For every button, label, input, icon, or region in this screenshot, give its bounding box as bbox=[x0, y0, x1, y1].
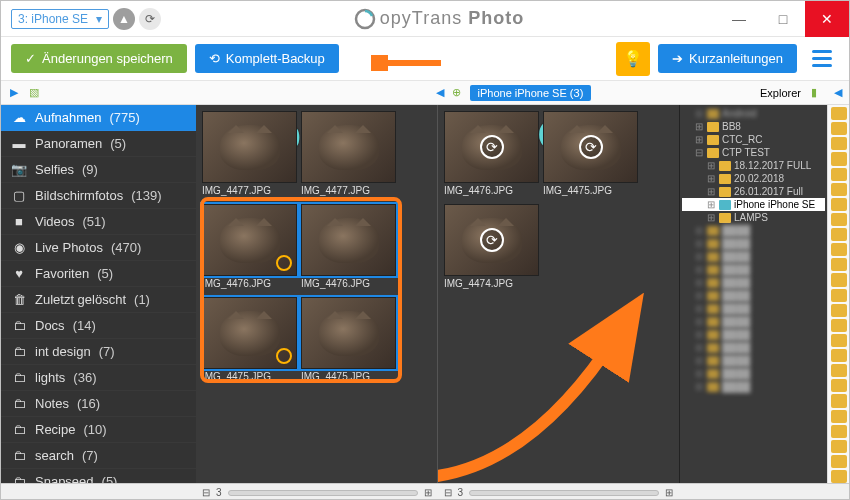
play-icon[interactable]: ▶ bbox=[7, 86, 21, 100]
rail-folder-icon[interactable] bbox=[831, 440, 847, 453]
full-backup-button[interactable]: ⟲ Komplett-Backup bbox=[195, 44, 339, 73]
rail-folder-icon[interactable] bbox=[831, 379, 847, 392]
sidebar-item-bildschirmfotos[interactable]: ▢Bildschirmfotos (139) bbox=[1, 183, 196, 209]
zoom-slider-right[interactable] bbox=[469, 490, 659, 496]
rail-folder-icon[interactable] bbox=[831, 394, 847, 407]
close-button[interactable]: ✕ bbox=[805, 1, 849, 37]
tree-twisty-icon[interactable]: ⊞ bbox=[694, 368, 704, 379]
rail-folder-icon[interactable] bbox=[831, 107, 847, 120]
tree-node[interactable]: ⊞████ bbox=[682, 380, 825, 393]
sidebar-item-zuletzt-gelöscht[interactable]: 🗑Zuletzt gelöscht (1) bbox=[1, 287, 196, 313]
tree-node[interactable]: ⊟CTP TEST bbox=[682, 146, 825, 159]
tree-node[interactable]: ⊞BB8 bbox=[682, 120, 825, 133]
tree-node[interactable]: ⊞████ bbox=[682, 367, 825, 380]
tree-twisty-icon[interactable]: ⊞ bbox=[694, 277, 704, 288]
tree-twisty-icon[interactable]: ⊞ bbox=[706, 199, 716, 210]
rail-folder-icon[interactable] bbox=[831, 470, 847, 483]
hint-button[interactable]: 💡 bbox=[616, 42, 650, 76]
thumbnail[interactable]: IMG_4475.JPG bbox=[301, 297, 396, 386]
tree-node[interactable]: ⊞████ bbox=[682, 328, 825, 341]
rail-folder-icon[interactable] bbox=[831, 334, 847, 347]
add-icon[interactable]: ⊕ bbox=[450, 86, 464, 100]
tree-node[interactable]: ⊞iPhone iPhone SE bbox=[682, 198, 825, 211]
tree-node[interactable]: ⊞18.12.2017 FULL bbox=[682, 159, 825, 172]
tree-node[interactable]: ⊞████ bbox=[682, 289, 825, 302]
tree-twisty-icon[interactable]: ⊞ bbox=[694, 108, 704, 119]
minimize-button[interactable]: — bbox=[717, 1, 761, 37]
rail-folder-icon[interactable] bbox=[831, 410, 847, 423]
rail-folder-icon[interactable] bbox=[831, 258, 847, 271]
rail-folder-icon[interactable] bbox=[831, 364, 847, 377]
tree-node[interactable]: ⊞████ bbox=[682, 341, 825, 354]
rail-folder-icon[interactable] bbox=[831, 122, 847, 135]
tree-twisty-icon[interactable]: ⊞ bbox=[706, 160, 716, 171]
tree-node[interactable]: ⊞████ bbox=[682, 263, 825, 276]
sidebar-item-int-design[interactable]: 🗀int design (7) bbox=[1, 339, 196, 365]
tree-twisty-icon[interactable]: ⊞ bbox=[694, 381, 704, 392]
folder-icon[interactable]: ▮ bbox=[807, 86, 821, 100]
sidebar-item-notes[interactable]: 🗀Notes (16) bbox=[1, 391, 196, 417]
rail-folder-icon[interactable] bbox=[831, 425, 847, 438]
tree-twisty-icon[interactable]: ⊞ bbox=[694, 290, 704, 301]
zoom-in-icon[interactable]: ⊞ bbox=[665, 487, 673, 498]
tree-node[interactable]: ⊞████ bbox=[682, 315, 825, 328]
rail-folder-icon[interactable] bbox=[831, 319, 847, 332]
zoom-slider-left[interactable] bbox=[228, 490, 418, 496]
device-dropdown[interactable]: 3: iPhone SE bbox=[11, 9, 109, 29]
tree-twisty-icon[interactable]: ⊞ bbox=[706, 173, 716, 184]
tree-node[interactable]: ⊞████ bbox=[682, 276, 825, 289]
tree-twisty-icon[interactable]: ⊞ bbox=[694, 225, 704, 236]
rail-folder-icon[interactable] bbox=[831, 455, 847, 468]
thumbnail[interactable]: ⟳IMG_4474.JPG bbox=[444, 204, 539, 293]
tree-node[interactable]: ⊞Android bbox=[682, 107, 825, 120]
tree-node[interactable]: ⊞████ bbox=[682, 224, 825, 237]
rail-folder-icon[interactable] bbox=[831, 243, 847, 256]
sidebar-item-docs[interactable]: 🗀Docs (14) bbox=[1, 313, 196, 339]
rail-folder-icon[interactable] bbox=[831, 152, 847, 165]
breadcrumb[interactable]: iPhone iPhone SE (3) bbox=[470, 85, 592, 101]
menu-button[interactable] bbox=[805, 42, 839, 76]
tree-twisty-icon[interactable]: ⊞ bbox=[694, 329, 704, 340]
sidebar-item-recipe[interactable]: 🗀Recipe (10) bbox=[1, 417, 196, 443]
thumbnail[interactable]: IMG_4475.JPG bbox=[202, 297, 297, 386]
sidebar-item-panoramen[interactable]: ▬Panoramen (5) bbox=[1, 131, 196, 157]
collapse-left-icon[interactable]: ◀ bbox=[436, 86, 444, 100]
zoom-out-icon[interactable]: ⊟ bbox=[202, 487, 210, 498]
rail-folder-icon[interactable] bbox=[831, 304, 847, 317]
tree-twisty-icon[interactable]: ⊟ bbox=[694, 147, 704, 158]
thumbnail[interactable]: ⟳IMG_4476.JPG bbox=[444, 111, 539, 200]
tree-twisty-icon[interactable]: ⊞ bbox=[694, 264, 704, 275]
tree-twisty-icon[interactable]: ⊞ bbox=[694, 251, 704, 262]
sidebar-item-videos[interactable]: ■Videos (51) bbox=[1, 209, 196, 235]
pictures-icon[interactable]: ▧ bbox=[27, 86, 41, 100]
tree-node[interactable]: ⊞LAMPS bbox=[682, 211, 825, 224]
thumbnail[interactable]: ⟳IMG_4475.JPG bbox=[543, 111, 638, 200]
guides-button[interactable]: ➔ Kurzanleitungen bbox=[658, 44, 797, 73]
tree-node[interactable]: ⊞CTC_RC bbox=[682, 133, 825, 146]
tree-node[interactable]: ⊞26.01.2017 Full bbox=[682, 185, 825, 198]
rail-folder-icon[interactable] bbox=[831, 168, 847, 181]
tree-twisty-icon[interactable]: ⊞ bbox=[694, 134, 704, 145]
tree-twisty-icon[interactable]: ⊞ bbox=[694, 316, 704, 327]
sidebar-item-selfies[interactable]: 📷Selfies (9) bbox=[1, 157, 196, 183]
thumbnail[interactable]: IMG_4476.JPG bbox=[202, 204, 297, 293]
rail-folder-icon[interactable] bbox=[831, 228, 847, 241]
rail-folder-icon[interactable] bbox=[831, 349, 847, 362]
sidebar-item-search[interactable]: 🗀search (7) bbox=[1, 443, 196, 469]
tree-twisty-icon[interactable]: ⊞ bbox=[694, 238, 704, 249]
tree-twisty-icon[interactable]: ⊞ bbox=[694, 355, 704, 366]
rail-folder-icon[interactable] bbox=[831, 137, 847, 150]
tree-twisty-icon[interactable]: ⊞ bbox=[706, 186, 716, 197]
thumbnail[interactable]: IMG_4477.JPG bbox=[202, 111, 297, 200]
maximize-button[interactable]: □ bbox=[761, 1, 805, 37]
tree-node[interactable]: ⊞████ bbox=[682, 354, 825, 367]
tree-twisty-icon[interactable]: ⊞ bbox=[694, 303, 704, 314]
sidebar-item-favoriten[interactable]: ♥Favoriten (5) bbox=[1, 261, 196, 287]
rail-folder-icon[interactable] bbox=[831, 183, 847, 196]
zoom-in-icon[interactable]: ⊞ bbox=[424, 487, 432, 498]
rail-folder-icon[interactable] bbox=[831, 273, 847, 286]
rail-folder-icon[interactable] bbox=[831, 198, 847, 211]
thumbnail[interactable]: IMG_4476.JPG bbox=[301, 204, 396, 293]
thumbnail[interactable]: IMG_4477.JPG bbox=[301, 111, 396, 200]
tree-twisty-icon[interactable]: ⊞ bbox=[694, 121, 704, 132]
